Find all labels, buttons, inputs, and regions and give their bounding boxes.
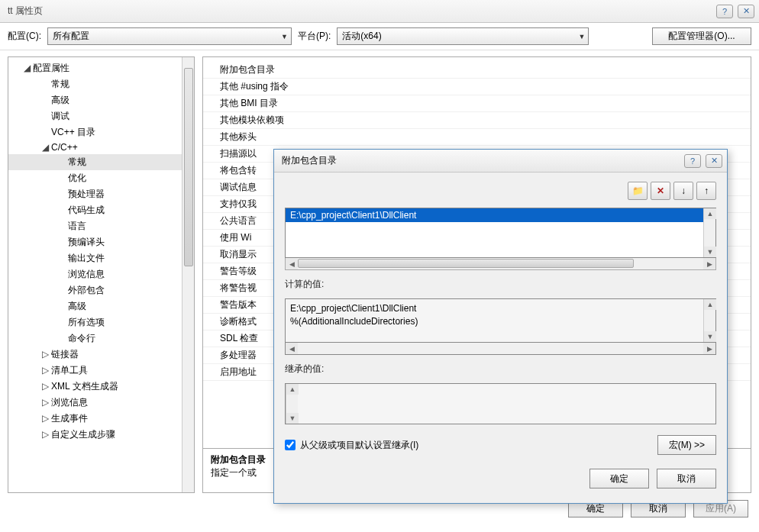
tree-item[interactable]: ▷生成事件 — [8, 411, 182, 427]
expand-icon: ▷ — [42, 397, 51, 408]
property-row[interactable]: 其他标头 — [203, 129, 751, 146]
tree-item[interactable]: VC++ 目录 — [8, 124, 182, 140]
scroll-down-icon[interactable]: ▼ — [286, 413, 299, 424]
delete-icon[interactable]: ✕ — [651, 182, 670, 200]
tree-item[interactable]: 优化 — [8, 170, 182, 186]
computed-line-2: %(AdditionalIncludeDirectories) — [290, 315, 699, 328]
expand-icon: ▷ — [42, 429, 51, 440]
dialog-toolbar: 📁 ✕ ↓ ↑ — [285, 182, 716, 200]
tree-item[interactable]: 所有选项 — [8, 314, 182, 330]
tree-item[interactable]: ▷清单工具 — [8, 363, 182, 379]
inherited-values-box: ▲ ▼ — [285, 383, 716, 424]
scroll-up-icon[interactable]: ▲ — [704, 299, 716, 310]
platform-label: 平台(P): — [298, 30, 331, 43]
tree-item[interactable]: 高级 — [8, 92, 182, 108]
computed-line-1: E:\cpp_project\Client1\DllClient — [290, 302, 699, 315]
tree-item[interactable]: 语言 — [8, 218, 182, 234]
expand-icon: ▷ — [42, 349, 51, 360]
dialog-buttons: 确定 取消 — [285, 463, 716, 488]
scroll-right-icon[interactable]: ▶ — [703, 343, 715, 354]
tree-item[interactable]: 常规 — [8, 154, 182, 170]
config-label: 配置(C): — [8, 30, 41, 43]
dialog-title: 附加包含目录 — [282, 154, 684, 167]
tree-item[interactable]: 代码生成 — [8, 202, 182, 218]
include-dirs-dialog: 附加包含目录 ? ✕ 📁 ✕ ↓ ↑ E:\cpp_project\Client… — [273, 149, 728, 504]
titlebar-buttons: ? ✕ — [716, 5, 754, 18]
scroll-left-icon[interactable]: ◀ — [286, 258, 298, 269]
inherit-checkbox[interactable] — [285, 440, 296, 450]
inherit-checkbox-label[interactable]: 从父级或项目默认设置继承(I) — [285, 439, 418, 452]
path-row-empty[interactable] — [286, 222, 703, 236]
property-row[interactable]: 附加包含目录 — [203, 62, 751, 79]
list-hscrollbar[interactable]: ◀ ▶ — [285, 258, 716, 270]
inherit-text: 从父级或项目默认设置继承(I) — [300, 439, 418, 452]
tree-item[interactable]: ▷自定义生成步骤 — [8, 427, 182, 443]
property-row[interactable]: 其他 #using 指令 — [203, 79, 751, 95]
tree-item[interactable]: ◢配置属性 — [8, 60, 182, 76]
tree-scrollbar[interactable] — [182, 57, 194, 492]
tree-item[interactable]: 高级 — [8, 298, 182, 314]
tree-item[interactable]: 输出文件 — [8, 250, 182, 266]
help-button[interactable]: ? — [716, 5, 733, 18]
close-button[interactable]: ✕ — [738, 5, 754, 18]
config-value: 所有配置 — [53, 30, 89, 43]
window-titlebar: tt 属性页 ? ✕ — [0, 0, 759, 23]
dialog-help-button[interactable]: ? — [684, 154, 701, 168]
expand-icon: ▷ — [42, 413, 51, 424]
computed-label: 计算的值: — [285, 278, 716, 291]
tree-item[interactable]: 预编译头 — [8, 234, 182, 250]
path-list-container: E:\cpp_project\Client1\DllClient ▲ ▼ ◀ ▶ — [285, 208, 716, 270]
expand-icon: ▷ — [42, 381, 51, 392]
list-vscrollbar[interactable]: ▲ ▼ — [703, 208, 715, 257]
property-row[interactable]: 其他模块依赖项 — [203, 112, 751, 129]
config-manager-button[interactable]: 配置管理器(O)... — [652, 27, 751, 45]
path-row-selected[interactable]: E:\cpp_project\Client1\DllClient — [286, 208, 703, 222]
expand-icon: ◢ — [42, 142, 51, 153]
computed-vscrollbar[interactable]: ▲ ▼ — [703, 299, 715, 342]
dialog-cancel-button[interactable]: 取消 — [657, 469, 716, 488]
dialog-titlebar: 附加包含目录 ? ✕ — [274, 150, 727, 172]
tree-item[interactable]: 命令行 — [8, 330, 182, 347]
scroll-right-icon[interactable]: ▶ — [703, 258, 715, 269]
platform-combo[interactable]: 活动(x64) ▼ — [337, 27, 589, 45]
config-bar: 配置(C): 所有配置 ▼ 平台(P): 活动(x64) ▼ 配置管理器(O).… — [0, 23, 759, 50]
inherited-label: 继承的值: — [285, 363, 716, 376]
inherited-vscrollbar[interactable]: ▲ ▼ — [286, 384, 298, 424]
tree-item[interactable]: 外部包含 — [8, 282, 182, 298]
move-up-icon[interactable]: ↑ — [696, 182, 716, 200]
tree-item[interactable]: ◢C/C++ — [8, 140, 182, 154]
scroll-down-icon[interactable]: ▼ — [704, 331, 716, 342]
window-title: tt 属性页 — [8, 5, 716, 18]
expand-icon: ▷ — [42, 365, 51, 376]
expand-icon: ◢ — [24, 63, 33, 73]
computed-hscrollbar[interactable]: ◀ ▶ — [285, 343, 716, 355]
dialog-ok-button[interactable]: 确定 — [589, 469, 649, 488]
tree-item[interactable]: ▷链接器 — [8, 347, 182, 363]
computed-text: E:\cpp_project\Client1\DllClient %(Addit… — [286, 299, 703, 342]
tree-item[interactable]: 调试 — [8, 108, 182, 124]
property-row[interactable]: 其他 BMI 目录 — [203, 95, 751, 112]
tree-item[interactable]: ▷浏览信息 — [8, 395, 182, 411]
path-listbox[interactable]: E:\cpp_project\Client1\DllClient ▲ ▼ — [285, 208, 716, 258]
property-tree[interactable]: ◢配置属性常规高级调试VC++ 目录◢C/C++常规优化预处理器代码生成语言预编… — [8, 57, 182, 492]
new-folder-icon[interactable]: 📁 — [628, 182, 648, 200]
hscroll-thumb[interactable] — [298, 259, 634, 268]
scroll-up-icon[interactable]: ▲ — [704, 208, 716, 219]
scroll-down-icon[interactable]: ▼ — [704, 247, 716, 257]
tree-item[interactable]: 预处理器 — [8, 186, 182, 202]
dialog-body: 📁 ✕ ↓ ↑ E:\cpp_project\Client1\DllClient… — [274, 172, 727, 503]
platform-value: 活动(x64) — [342, 30, 381, 43]
tree-item[interactable]: ▷XML 文档生成器 — [8, 379, 182, 395]
chevron-down-icon: ▼ — [578, 33, 585, 40]
tree-item[interactable]: 浏览信息 — [8, 266, 182, 282]
config-combo[interactable]: 所有配置 ▼ — [47, 27, 292, 45]
tree-panel: ◢配置属性常规高级调试VC++ 目录◢C/C++常规优化预处理器代码生成语言预编… — [8, 56, 195, 493]
scrollbar-thumb[interactable] — [184, 68, 193, 266]
macro-button[interactable]: 宏(M) >> — [657, 435, 716, 455]
dialog-close-button[interactable]: ✕ — [706, 154, 722, 168]
computed-values-box: E:\cpp_project\Client1\DllClient %(Addit… — [285, 298, 716, 343]
tree-item[interactable]: 常规 — [8, 76, 182, 92]
move-down-icon[interactable]: ↓ — [673, 182, 693, 200]
scroll-left-icon[interactable]: ◀ — [286, 343, 298, 354]
scroll-up-icon[interactable]: ▲ — [286, 384, 299, 395]
